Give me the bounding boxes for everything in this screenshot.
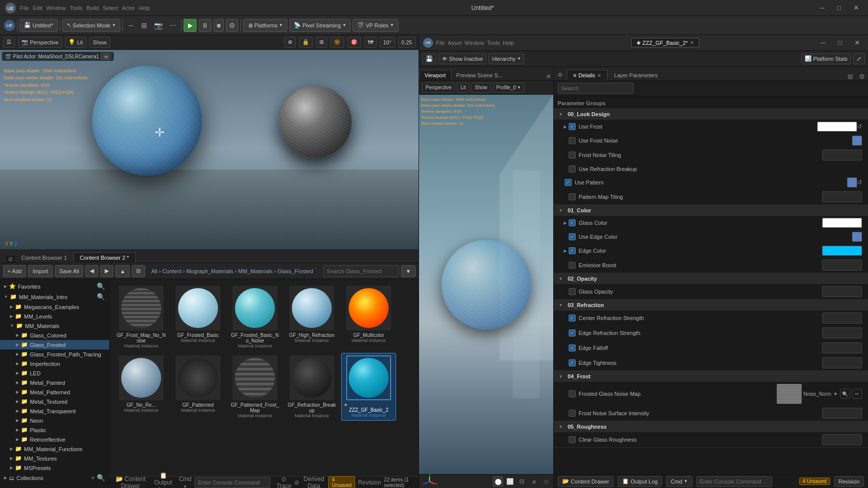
color-header[interactable]: ▼ 01_Color xyxy=(554,205,868,216)
fov-btn[interactable]: 10° xyxy=(380,37,395,48)
up-btn[interactable]: ▲ xyxy=(115,265,130,277)
details-grid-btn[interactable]: ⊞ xyxy=(845,73,856,80)
cylinder-btn[interactable]: ⌀ xyxy=(528,476,539,487)
camera-btn[interactable]: 📷 xyxy=(152,19,165,32)
details-close-btn[interactable]: ✕ xyxy=(597,73,601,78)
content-item-5[interactable]: GF_No_Re... Material Instance xyxy=(114,353,169,421)
details-tab-layer[interactable]: Layer Parameters xyxy=(608,70,664,80)
sidebar-item-retro[interactable]: ▶ 📁 Retroreflective xyxy=(0,435,109,444)
content-item-6[interactable]: GF_Patterned Material Instance xyxy=(171,353,225,421)
frost-noise-tiling-input[interactable]: 60.0 xyxy=(822,150,862,161)
emissive-boost-checkbox[interactable] xyxy=(569,262,576,269)
mat-minimize-btn[interactable]: ─ xyxy=(816,37,830,48)
mat-file-menu[interactable]: File xyxy=(436,40,445,46)
save-button[interactable]: 💾 Untitled* xyxy=(19,19,58,32)
noise-pick-btn[interactable]: 🔍 xyxy=(840,389,850,399)
mat-hierarchy-btn[interactable]: Hierarchy ▼ xyxy=(488,53,524,64)
sidebar-item-metal-transparent[interactable]: ▶ 📁 Metal_Transparent xyxy=(0,406,109,416)
stop-btn[interactable]: ■ xyxy=(214,19,223,32)
mat-asset-menu[interactable]: Asset xyxy=(448,40,462,46)
search-collection-btn[interactable]: 🔍 xyxy=(97,474,105,482)
lit-btn[interactable]: 💡 Lit xyxy=(65,37,86,48)
noise-dropdown-btn[interactable]: ▼ xyxy=(833,391,838,397)
plane-btn[interactable]: ⊟ xyxy=(516,476,527,487)
center-refraction-checkbox[interactable] xyxy=(569,315,576,322)
sidebar-item-collections[interactable]: ▶ 🗂 Collections + 🔍 xyxy=(0,473,109,483)
content-item-3[interactable]: GF_High_Refraction Material Instance xyxy=(284,283,339,351)
mat-lit-btn[interactable]: Lit xyxy=(457,83,469,93)
import-button[interactable]: Import xyxy=(28,265,52,277)
glass-color-checkbox[interactable] xyxy=(569,219,576,226)
frost-header[interactable]: ▼ 04_Frost xyxy=(554,371,868,382)
use-pattern-checkbox[interactable] xyxy=(565,179,572,186)
camera-lock-btn[interactable]: 🎯 xyxy=(347,37,361,48)
edge-tightness-checkbox[interactable] xyxy=(569,359,576,366)
sidebar-item-neon[interactable]: ▶ 📁 Neon xyxy=(0,416,109,425)
content-item-7[interactable]: GF_Patterned_Frost_Map Material Instance xyxy=(227,353,282,421)
mat-help-menu[interactable]: Help xyxy=(503,40,514,46)
custom-btn[interactable]: ◇ xyxy=(540,476,551,487)
opacity-header[interactable]: ▼ 02_Opacity xyxy=(554,273,868,284)
edge-refraction-checkbox[interactable] xyxy=(569,329,576,336)
cmd-btn[interactable]: Cmd ▼ xyxy=(179,476,192,488)
content-drawer-btn[interactable]: 📂 Content Drawer xyxy=(114,476,147,488)
use-frost-noise-checkbox[interactable] xyxy=(569,137,576,144)
breadcrumb-content[interactable]: Content xyxy=(162,268,182,274)
play-button[interactable]: ▶ xyxy=(184,19,197,32)
content-browser-tab1[interactable]: Content Browser 1 xyxy=(15,252,73,263)
look-design-header[interactable]: ▼ 00_Look Design xyxy=(554,109,868,120)
roughness-input[interactable]: 0.2 xyxy=(822,434,862,445)
lock-btn[interactable]: 🔒 xyxy=(299,37,313,48)
use-frost-checkbox[interactable] xyxy=(569,123,576,130)
cb-collapse-btn[interactable]: ⊘ xyxy=(6,256,15,263)
source-control-btn[interactable]: ⊘ xyxy=(294,479,299,486)
mat-save-btn[interactable]: 💾 xyxy=(422,53,436,64)
mat-revision-btn[interactable]: Revision xyxy=(834,476,864,487)
noise-edit-btn[interactable]: ✏ xyxy=(852,389,862,399)
breadcrumb-glass[interactable]: Glass_Frosted xyxy=(277,268,313,274)
close-button[interactable]: ✕ xyxy=(849,2,863,13)
mat-content-drawer-btn[interactable]: 📂 Content Drawer xyxy=(558,476,614,487)
sidebar-item-mspresets[interactable]: ▶ 📁 MSPresets xyxy=(0,463,109,473)
mat-profile-btn[interactable]: Profile_0 ▼ xyxy=(493,83,524,93)
mat-maximize-btn[interactable]: □ xyxy=(833,37,847,48)
breadcrumb-mm[interactable]: MM_Materials xyxy=(238,268,272,274)
viewport[interactable]: ✛ 🎬 Pilot Actor: MetaShoot_DSLRCamera1 📹… xyxy=(0,50,419,249)
frost-surface-checkbox[interactable] xyxy=(569,410,576,417)
edge-color-swatch[interactable] xyxy=(822,246,862,256)
mat-cmd-btn[interactable]: Cmd ▼ xyxy=(666,476,692,487)
viewport-settings-btn[interactable]: ✕ xyxy=(546,73,551,80)
sidebar-item-megascans[interactable]: ▶ 📁 Megascans_Examples xyxy=(0,302,109,312)
pattern-reset[interactable]: ↺ xyxy=(857,179,862,186)
vp-roles-button[interactable]: 🎬 VP Roles ▼ xyxy=(353,19,399,32)
sidebar-item-plastic[interactable]: ▶ 📁 Plastic xyxy=(0,425,109,435)
maximize-button[interactable]: □ xyxy=(832,2,846,13)
grid-btn[interactable]: ⊞ xyxy=(316,37,327,48)
sidebar-item-glass-colored[interactable]: ▶ 📁 Glass_Colored xyxy=(0,330,109,340)
noise-map-checkbox[interactable] xyxy=(569,390,576,397)
refraction-header[interactable]: ▼ 03_Refraction xyxy=(554,300,868,311)
details-tab-details[interactable]: ≡ Details ✕ xyxy=(567,70,608,81)
content-item-8[interactable]: GF_Refraction_Breakup Material Instance xyxy=(284,353,339,421)
mat-tab-close-btn[interactable]: ✕ xyxy=(690,40,694,45)
use-frost-reset[interactable]: ↺ xyxy=(857,123,862,130)
minimize-button[interactable]: ─ xyxy=(815,2,829,13)
settings-btn[interactable]: ⚙ xyxy=(226,19,238,32)
mat-close-btn[interactable]: ✕ xyxy=(850,37,864,48)
edge-refraction-input[interactable]: 1.05 xyxy=(822,327,862,338)
glass-opacity-input[interactable]: 0.35 xyxy=(822,286,862,297)
mat-window-menu[interactable]: Window xyxy=(464,40,484,46)
platforms-button[interactable]: 🖥 Platforms ▼ xyxy=(243,19,287,32)
camera-settings-btn[interactable]: ⊕ xyxy=(284,37,296,48)
sidebar-item-imperfection[interactable]: ▶ 📁 Imperfection xyxy=(0,359,109,368)
sidebar-item-metal-textured[interactable]: ▶ 📁 Metal_Textured xyxy=(0,397,109,406)
emissive-boost-input[interactable]: 0.0 xyxy=(822,260,862,271)
back-btn[interactable]: ◀ xyxy=(85,265,98,277)
mat-platform-stats-btn[interactable]: 📊 Platform Stats xyxy=(801,53,851,64)
pixel-streaming-button[interactable]: 📡 Pixel Streaming ▼ xyxy=(289,19,351,32)
save-all-button[interactable]: Save All xyxy=(55,265,84,277)
sidebar-item-mat-functions[interactable]: ▶ 📁 MM_Material_Functions xyxy=(0,444,109,454)
edge-color-checkbox[interactable] xyxy=(569,247,576,254)
edge-tightness-input[interactable]: 50.0 xyxy=(822,357,862,368)
trace-btn[interactable]: ⊙ Trace xyxy=(276,476,291,488)
